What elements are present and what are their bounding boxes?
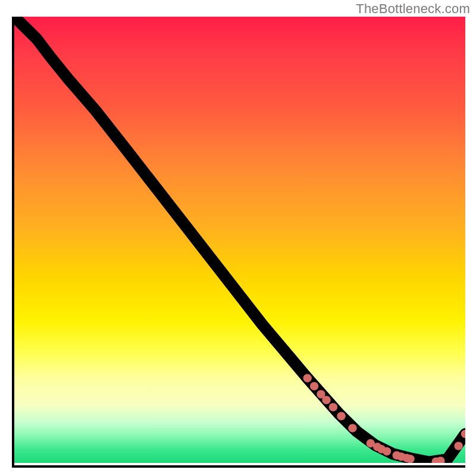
bottleneck-curve <box>14 17 465 462</box>
data-marker <box>329 403 337 411</box>
data-marker <box>322 396 330 404</box>
data-marker <box>348 424 356 432</box>
marker-layer <box>303 374 465 463</box>
watermark-text: TheBottleneck.com <box>356 1 470 17</box>
data-marker <box>337 412 345 420</box>
chart-svg <box>14 17 465 463</box>
data-marker <box>303 374 311 382</box>
data-marker <box>406 455 414 463</box>
data-marker <box>383 447 391 455</box>
data-marker <box>310 382 318 390</box>
data-marker <box>454 441 462 450</box>
chart-area <box>12 17 465 468</box>
